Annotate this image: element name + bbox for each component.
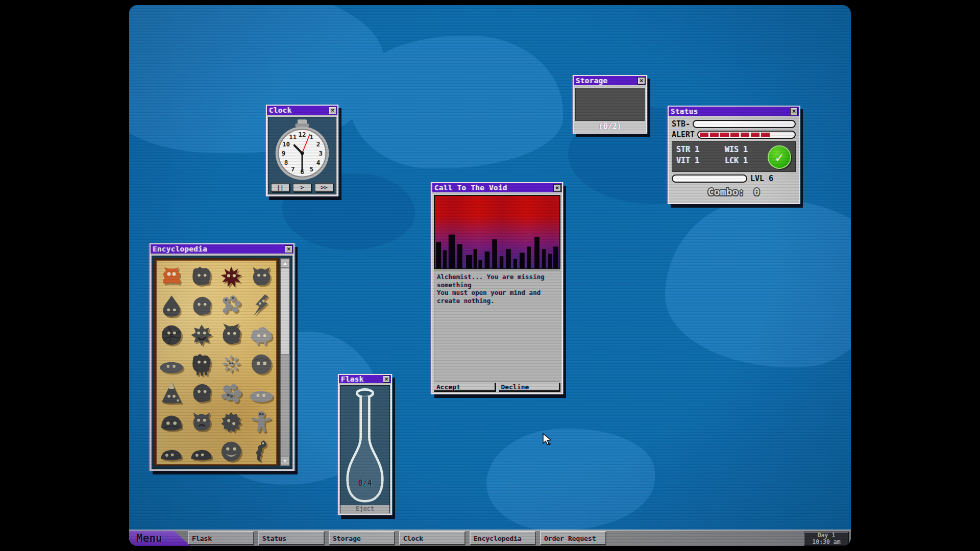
clock-fastforward-button[interactable]: >>: [315, 183, 333, 192]
day-time-indicator: Day 1 10:30 am: [804, 532, 849, 546]
desktop-patch: [665, 199, 851, 367]
paramecium-monster-icon[interactable]: [216, 407, 247, 436]
clock-window: Clock × 123456789101112 || > >>: [266, 105, 338, 196]
svg-text:7: 7: [291, 165, 295, 173]
alert-label: ALERT: [672, 130, 695, 139]
close-icon[interactable]: ×: [285, 245, 292, 253]
clock-title: Clock: [269, 106, 329, 114]
bunny-blob-monster-icon[interactable]: [247, 262, 277, 291]
stats-panel: STR 1 WIS 1 VIT 1 LCK 1 ✓: [672, 141, 796, 172]
cloud-walker-monster-icon[interactable]: [247, 320, 277, 349]
storage-count: (0/2): [575, 121, 645, 132]
storage-title: Storage: [576, 77, 638, 85]
level-label: LVL 6: [750, 174, 773, 183]
svg-text:11: 11: [289, 133, 297, 141]
close-icon[interactable]: ×: [790, 108, 798, 115]
flask-count: 0/4: [340, 479, 389, 488]
round-ball-monster-icon[interactable]: [247, 349, 277, 378]
lck-stat: LCK 1: [725, 156, 773, 167]
dome-monster-icon[interactable]: [157, 407, 187, 436]
sun-spiky-monster-icon[interactable]: [187, 320, 217, 349]
scrollbar-track[interactable]: [281, 268, 289, 457]
slug-monster-icon[interactable]: [157, 436, 187, 465]
desktop-patch: [349, 36, 563, 168]
zigzag-monster-icon[interactable]: [247, 291, 277, 320]
encyclopedia-scrollbar[interactable]: ▲ ▼: [280, 258, 290, 466]
bear-blob-monster-icon[interactable]: [187, 291, 217, 320]
bubble-cluster-monster-icon[interactable]: [216, 378, 247, 407]
svg-text:10: 10: [282, 140, 290, 148]
void-titlebar[interactable]: Call To The Void ×: [432, 183, 562, 193]
void-cityscape-image: [434, 195, 560, 269]
mountain-monster-icon[interactable]: [157, 378, 187, 407]
snowflake-monster-icon[interactable]: [216, 349, 247, 378]
svg-text:3: 3: [319, 149, 323, 157]
flat-slug-monster-icon[interactable]: [157, 349, 187, 378]
svg-text:12: 12: [298, 131, 306, 138]
humanoid-monster-icon[interactable]: [247, 407, 277, 436]
boat-blob-monster-icon[interactable]: [187, 436, 217, 465]
square-blob-monster-icon[interactable]: [187, 262, 217, 291]
void-message: Alchemist... You are missing something Y…: [434, 270, 560, 382]
eject-button[interactable]: Eject: [340, 505, 389, 513]
scroll-up-icon[interactable]: ▲: [281, 259, 289, 268]
alert-block: [700, 133, 708, 137]
tentacle-blob-monster-icon[interactable]: [187, 349, 217, 378]
teardrop-monster-icon[interactable]: [157, 291, 187, 320]
crab-monster-icon[interactable]: [157, 262, 187, 291]
time-label: 10:30 am: [804, 539, 848, 545]
taskbar-button-order-request[interactable]: Order Request: [540, 531, 606, 545]
xp-bar: [672, 174, 747, 183]
alert-block: [710, 133, 719, 137]
status-titlebar[interactable]: Status ×: [669, 107, 799, 117]
encyclopedia-window: Encyclopedia × ▲ ▼: [150, 243, 295, 471]
analog-clock: 123456789101112: [270, 118, 334, 182]
svg-text:8: 8: [284, 159, 288, 166]
call-to-the-void-window: Call To The Void × Alchemist... You are …: [431, 182, 563, 394]
dark-spiky-monster-icon[interactable]: [216, 262, 247, 291]
clock-play-button[interactable]: >: [293, 183, 311, 192]
desktop-patch: [486, 429, 655, 531]
flat-oval-monster-icon[interactable]: [247, 378, 277, 407]
vit-stat: VIT 1: [676, 156, 725, 167]
void-title: Call To The Void: [434, 184, 553, 192]
grinning-face-monster-icon[interactable]: [216, 436, 247, 465]
taskbar-button-flask[interactable]: Flask: [188, 531, 254, 545]
taskbar-button-storage[interactable]: Storage: [329, 531, 395, 545]
encyclopedia-titlebar[interactable]: Encyclopedia ×: [151, 244, 293, 255]
close-icon[interactable]: ×: [553, 184, 561, 192]
flask-window: Flask × 0/4 Eject: [338, 374, 392, 515]
accept-button[interactable]: Accept: [434, 383, 496, 392]
seahorse-monster-icon[interactable]: [247, 436, 277, 465]
scroll-down-icon[interactable]: ▼: [281, 457, 289, 466]
svg-text:9: 9: [282, 149, 286, 157]
web-ball-monster-icon[interactable]: [157, 320, 187, 349]
wis-stat: WIS 1: [725, 145, 773, 156]
taskbar: Menu FlaskStatusStorageClockEncyclopedia…: [129, 530, 851, 546]
cloud-blob-monster-icon[interactable]: [187, 378, 217, 407]
storage-titlebar[interactable]: Storage ×: [574, 76, 646, 86]
decline-button[interactable]: Decline: [499, 383, 561, 392]
alert-block: [741, 133, 749, 137]
scrollbar-thumb[interactable]: [281, 268, 289, 355]
close-icon[interactable]: ×: [329, 107, 336, 114]
storage-slots-area[interactable]: [575, 88, 645, 121]
close-icon[interactable]: ×: [383, 375, 390, 383]
taskbar-button-encyclopedia[interactable]: Encyclopedia: [470, 531, 536, 545]
svg-text:4: 4: [316, 159, 321, 166]
status-ok-check-icon: ✓: [768, 145, 791, 169]
menu-button[interactable]: Menu: [129, 531, 191, 546]
taskbar-button-clock[interactable]: Clock: [399, 531, 465, 545]
close-icon[interactable]: ×: [638, 77, 645, 85]
cluster-monster-icon[interactable]: [216, 291, 247, 320]
combo-value: 0: [754, 186, 760, 198]
clock-titlebar[interactable]: Clock ×: [267, 106, 337, 116]
taskbar-button-status[interactable]: Status: [258, 531, 325, 545]
monster-grid: [154, 258, 279, 466]
flask-titlebar[interactable]: Flask ×: [339, 375, 391, 384]
frowning-blob-monster-icon[interactable]: [187, 407, 217, 436]
combo-label: Combo:: [707, 186, 744, 198]
imp-monster-icon[interactable]: [216, 320, 247, 349]
encyclopedia-title: Encyclopedia: [153, 245, 285, 253]
clock-pause-button[interactable]: ||: [271, 183, 289, 192]
